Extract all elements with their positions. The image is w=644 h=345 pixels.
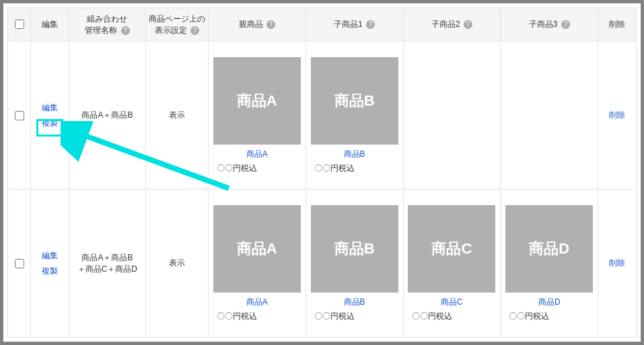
product-price: 〇〇円税込 <box>211 311 303 322</box>
header-checkbox <box>8 8 31 42</box>
header-name: 組み合わせ 管理名称 ? <box>69 8 145 42</box>
header-display-l1: 商品ページ上の <box>149 14 205 24</box>
help-icon[interactable]: ? <box>121 26 130 35</box>
display-text: 表示 <box>169 258 185 268</box>
display-text: 表示 <box>169 110 185 120</box>
header-child3-label: 子商品3 <box>529 20 558 29</box>
combination-table: 編集 組み合わせ 管理名称 ? 商品ページ上の 表示設定 ? 親商品 ? 子商品… <box>7 7 637 338</box>
delete-link[interactable]: 削除 <box>609 110 625 120</box>
product-thumbnail: 商品A <box>213 57 301 145</box>
help-icon[interactable]: ? <box>266 20 275 29</box>
parent-product-cell: 商品A 商品A 〇〇円税込 <box>208 42 306 190</box>
name-text-l2: ＋商品C＋商品D <box>77 264 137 274</box>
header-child1-label: 子商品1 <box>334 20 363 29</box>
thumb-label: 商品C <box>431 239 472 259</box>
help-icon[interactable]: ? <box>366 20 375 29</box>
product-title-link[interactable]: 商品D <box>503 297 595 308</box>
child3-product-cell <box>501 42 598 190</box>
combination-name: 商品A＋商品B <box>69 42 145 190</box>
thumb-label: 商品A <box>237 91 277 111</box>
header-edit: 編集 <box>31 8 69 42</box>
edit-link[interactable]: 編集 <box>34 248 66 264</box>
header-delete: 削除 <box>598 8 637 42</box>
product-thumbnail: 商品B <box>311 57 398 145</box>
product-thumbnail: 商品D <box>505 205 593 293</box>
header-name-l2: 管理名称 <box>85 26 117 35</box>
thumb-label: 商品A <box>237 239 277 259</box>
thumb-label: 商品B <box>334 91 375 111</box>
header-child1: 子商品1 ? <box>306 8 403 42</box>
name-text: 商品A＋商品B <box>81 110 133 120</box>
help-icon[interactable]: ? <box>464 20 472 29</box>
row-checkbox[interactable] <box>15 259 24 268</box>
product-thumbnail: 商品B <box>311 205 398 293</box>
display-setting: 表示 <box>145 190 208 338</box>
product-price: 〇〇円税込 <box>503 311 595 322</box>
thumb-label: 商品B <box>334 239 375 259</box>
product-price: 〇〇円税込 <box>406 311 498 322</box>
header-display: 商品ページ上の 表示設定 ? <box>145 8 208 42</box>
help-icon[interactable]: ? <box>561 20 570 29</box>
product-title-link[interactable]: 商品A <box>211 297 303 308</box>
edit-link[interactable]: 編集 <box>34 100 66 116</box>
product-thumbnail: 商品C <box>408 205 495 293</box>
child1-product-cell: 商品B 商品B 〇〇円税込 <box>306 42 403 190</box>
product-price: 〇〇円税込 <box>309 311 400 322</box>
child2-product-cell: 商品C 商品C 〇〇円税込 <box>403 190 501 338</box>
product-title-link[interactable]: 商品B <box>309 149 400 160</box>
product-title-link[interactable]: 商品B <box>309 297 400 308</box>
name-text-l1: 商品A＋商品B <box>81 253 133 262</box>
copy-link[interactable]: 複製 <box>34 264 66 279</box>
header-parent: 親商品 ? <box>208 8 306 42</box>
row-checkbox[interactable] <box>15 111 24 120</box>
child2-product-cell <box>403 42 501 190</box>
header-name-l1: 組み合わせ <box>87 14 127 24</box>
combination-name: 商品A＋商品B ＋商品C＋商品D <box>69 190 145 338</box>
help-icon[interactable]: ? <box>190 26 199 35</box>
header-delete-label: 削除 <box>609 20 625 29</box>
header-parent-label: 親商品 <box>239 20 263 29</box>
table-container: 編集 組み合わせ 管理名称 ? 商品ページ上の 表示設定 ? 親商品 ? 子商品… <box>3 3 641 342</box>
header-child2: 子商品2 ? <box>403 8 501 42</box>
display-setting: 表示 <box>145 42 208 190</box>
parent-product-cell: 商品A 商品A 〇〇円税込 <box>208 190 306 338</box>
header-display-l2: 表示設定 <box>155 26 187 35</box>
header-edit-label: 編集 <box>42 20 58 29</box>
product-price: 〇〇円税込 <box>309 163 400 174</box>
product-title-link[interactable]: 商品A <box>211 149 303 160</box>
child1-product-cell: 商品B 商品B 〇〇円税込 <box>306 190 403 338</box>
copy-link[interactable]: 複製 <box>34 116 66 131</box>
product-price: 〇〇円税込 <box>211 163 303 174</box>
child3-product-cell: 商品D 商品D 〇〇円税込 <box>501 190 598 338</box>
product-thumbnail: 商品A <box>213 205 301 293</box>
delete-link[interactable]: 削除 <box>609 258 625 268</box>
header-child3: 子商品3 ? <box>501 8 598 42</box>
table-row: 編集 複製 商品A＋商品B 表示 商品A 商品A 〇〇円税込 商品B 商品B 〇… <box>8 42 637 190</box>
product-title-link[interactable]: 商品C <box>406 297 498 308</box>
table-row: 編集 複製 商品A＋商品B ＋商品C＋商品D 表示 商品A 商品A 〇〇円税込 … <box>8 190 637 338</box>
select-all-checkbox[interactable] <box>15 20 24 29</box>
header-child2-label: 子商品2 <box>431 20 460 29</box>
thumb-label: 商品D <box>529 239 569 259</box>
